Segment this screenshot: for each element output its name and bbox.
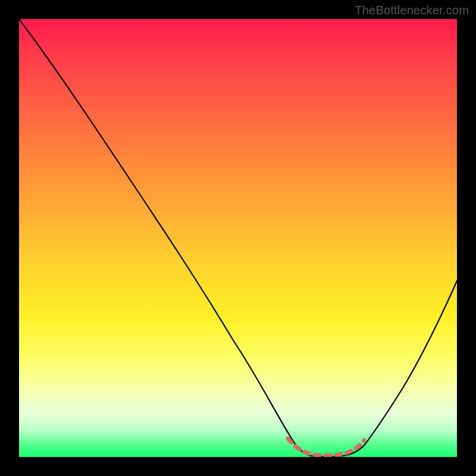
watermark-text: TheBottleneсker.com xyxy=(355,4,469,17)
bottleneck-curve xyxy=(19,19,457,457)
chart-frame: TheBottleneсker.com xyxy=(0,0,476,476)
curve-layer xyxy=(19,19,457,457)
plot-area xyxy=(19,19,457,457)
